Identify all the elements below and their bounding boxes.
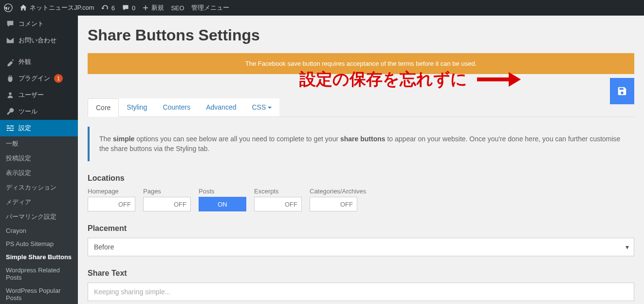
- sidebar-item-label: 外観: [18, 57, 31, 66]
- submenu-item[interactable]: 一般: [0, 136, 78, 151]
- updates-count: 6: [111, 4, 115, 12]
- updates-link[interactable]: 6: [101, 4, 115, 12]
- tab-core[interactable]: Core: [88, 98, 119, 117]
- svg-rect-4: [7, 128, 11, 129]
- location-toggle-group: Categories/ArchivesOFF: [310, 188, 366, 211]
- toggle-switch[interactable]: OFF: [88, 197, 135, 211]
- locations-row: HomepageOFFPagesOFFPostsONExcerptsOFFCat…: [88, 188, 634, 211]
- toggle-switch[interactable]: OFF: [143, 197, 191, 211]
- arrow-right-icon: [477, 72, 521, 87]
- svg-rect-6: [7, 130, 9, 131]
- admin-bar: ネットニュースJP.com 6 0 新規 SEO 管理メニュー: [0, 0, 644, 16]
- sidebar-item-settings[interactable]: 設定: [0, 120, 78, 136]
- toggle-switch[interactable]: ON: [199, 197, 246, 211]
- sidebar-item-tools[interactable]: ツール: [0, 103, 78, 120]
- svg-rect-3: [10, 126, 14, 127]
- comments-link[interactable]: 0: [122, 4, 135, 12]
- submenu-item[interactable]: PS Auto Sitemap: [0, 237, 78, 250]
- manage-menu-link[interactable]: 管理メニュー: [191, 3, 229, 12]
- annotation-overlay: 設定の保存を忘れずに: [299, 68, 521, 91]
- plugins-badge: 1: [54, 74, 63, 83]
- sidebar-item-label: コメント: [18, 19, 44, 28]
- share-text-input[interactable]: [88, 283, 634, 301]
- tab-counters[interactable]: Counters: [155, 98, 198, 116]
- sidebar-item-appearance[interactable]: 外観: [0, 54, 78, 70]
- sidebar-item-label: 設定: [18, 124, 31, 133]
- tab-css[interactable]: CSS: [244, 98, 279, 116]
- submenu-item[interactable]: 表示設定: [0, 166, 78, 180]
- placement-heading: Placement: [88, 224, 634, 233]
- sidebar-item-comments[interactable]: コメント: [0, 16, 78, 32]
- submenu-item[interactable]: Simple Share Buttons: [0, 250, 78, 264]
- sidebar-item-users[interactable]: ユーザー: [0, 87, 78, 103]
- tabs-nav: CoreStylingCountersAdvancedCSS: [88, 98, 634, 117]
- submenu-item[interactable]: Crayon: [0, 224, 78, 237]
- submenu-item[interactable]: ディスカッション: [0, 180, 78, 195]
- location-toggle-group: ExcerptsOFF: [254, 188, 302, 211]
- location-toggle-group: PagesOFF: [143, 188, 191, 211]
- admin-sidebar: コメント お問い合わせ 外観 プラグイン1 ユーザー ツール 設定 一般投稿設定…: [0, 16, 78, 304]
- annotation-text: 設定の保存を忘れずに: [299, 68, 467, 91]
- page-title: Share Buttons Settings: [88, 26, 634, 44]
- svg-rect-5: [12, 128, 14, 129]
- toggle-label: Homepage: [88, 188, 135, 195]
- svg-rect-8: [477, 77, 511, 81]
- comments-count: 0: [132, 4, 135, 12]
- sidebar-item-plugins[interactable]: プラグイン1: [0, 70, 78, 87]
- submenu-item[interactable]: 投稿設定: [0, 151, 78, 166]
- sidebar-item-label: プラグイン: [18, 74, 50, 83]
- sidebar-item-contact[interactable]: お問い合わせ: [0, 32, 78, 49]
- seo-link[interactable]: SEO: [171, 4, 184, 12]
- svg-point-1: [9, 93, 11, 95]
- save-button[interactable]: [610, 78, 634, 104]
- sidebar-item-label: ツール: [18, 107, 37, 116]
- settings-submenu: 一般投稿設定表示設定ディスカッションメディアパーマリンク設定CrayonPS A…: [0, 136, 78, 304]
- toggle-switch[interactable]: OFF: [310, 197, 357, 211]
- wp-logo[interactable]: [4, 3, 13, 12]
- new-label: 新規: [151, 3, 164, 12]
- svg-rect-2: [7, 126, 9, 127]
- sidebar-item-label: お問い合わせ: [18, 36, 56, 45]
- toggle-label: Pages: [143, 188, 191, 195]
- site-name-link[interactable]: ネットニュースJP.com: [19, 3, 94, 12]
- sidebar-item-label: ユーザー: [18, 91, 44, 99]
- share-text-heading: Share Text: [88, 269, 634, 278]
- info-well: The simple options you can see below are…: [88, 127, 634, 161]
- site-name: ネットニュースJP.com: [30, 3, 94, 12]
- svg-rect-7: [9, 130, 14, 131]
- toggle-label: Excerpts: [254, 188, 302, 195]
- submenu-item[interactable]: パーマリンク設定: [0, 209, 78, 224]
- new-content-link[interactable]: 新規: [142, 3, 164, 12]
- main-content: Share Buttons Settings The Facebook save…: [78, 16, 644, 304]
- location-toggle-group: HomepageOFF: [88, 188, 135, 211]
- locations-heading: Locations: [88, 174, 634, 183]
- submenu-item[interactable]: Wordpress Related Posts: [0, 264, 78, 284]
- submenu-item[interactable]: WordPress Popular Posts: [0, 284, 78, 304]
- toggle-label: Posts: [199, 188, 246, 195]
- tab-styling[interactable]: Styling: [119, 98, 155, 116]
- save-icon: [617, 86, 627, 96]
- submenu-item[interactable]: メディア: [0, 195, 78, 209]
- toggle-switch[interactable]: OFF: [254, 197, 302, 211]
- location-toggle-group: PostsON: [199, 188, 246, 211]
- toggle-label: Categories/Archives: [310, 188, 366, 195]
- placement-select[interactable]: Before: [88, 238, 634, 256]
- tab-advanced[interactable]: Advanced: [198, 98, 244, 116]
